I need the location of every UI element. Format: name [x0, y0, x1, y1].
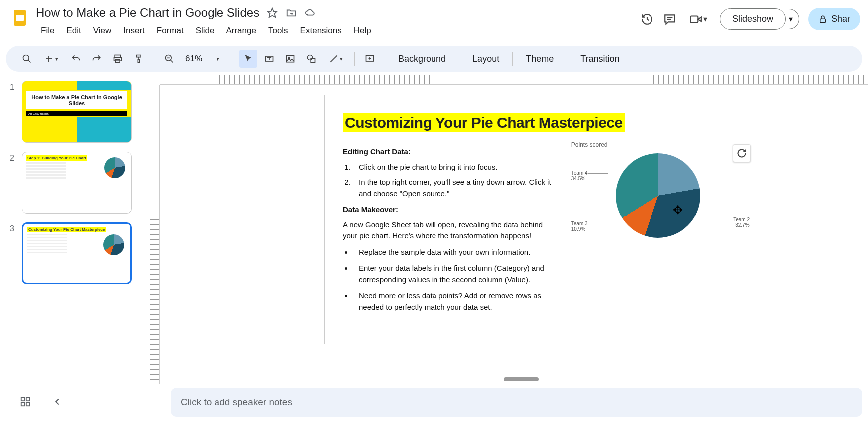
paragraph: A new Google Sheet tab will open, reveal…: [343, 219, 556, 242]
slide-title[interactable]: Customizing Your Pie Chart Masterpiece: [343, 113, 625, 132]
slide-thumbnail-3[interactable]: Customizing Your Pie Chart Masterpiece: [22, 222, 132, 284]
shape-tool-icon[interactable]: [302, 50, 320, 68]
print-icon[interactable]: [109, 50, 127, 68]
svg-marker-2: [268, 8, 277, 17]
menu-file[interactable]: File: [36, 24, 59, 38]
list-item: Enter your data labels in the first colu…: [353, 263, 556, 285]
svg-line-24: [330, 55, 337, 62]
menu-view[interactable]: View: [88, 24, 117, 38]
mini-pie-icon: [103, 234, 124, 255]
zoom-value[interactable]: 61%: [181, 54, 206, 64]
history-icon[interactable]: [640, 12, 654, 26]
meet-icon[interactable]: ▾: [686, 12, 711, 26]
svg-rect-28: [21, 398, 24, 401]
subheading-2: Data Makeover:: [343, 204, 556, 216]
theme-button[interactable]: Theme: [519, 54, 561, 64]
svg-rect-31: [26, 403, 29, 406]
comments-icon[interactable]: [663, 12, 677, 26]
share-label: Shar: [831, 14, 850, 24]
collapse-filmstrip-icon[interactable]: [52, 396, 64, 408]
subheading-1: Editing Chart Data:: [343, 146, 556, 158]
slide-filmstrip[interactable]: 1 How to Make a Pie Chart in Google Slid…: [0, 75, 150, 384]
menu-bar: File Edit View Insert Format Slide Arran…: [36, 24, 640, 38]
svg-rect-30: [21, 403, 24, 406]
textbox-tool-icon[interactable]: [260, 50, 278, 68]
list-item: Need more or less data points? Add or re…: [353, 290, 556, 313]
line-tool-icon[interactable]: ▾: [323, 50, 348, 68]
svg-rect-29: [26, 398, 29, 401]
menu-arrange[interactable]: Arrange: [221, 24, 261, 38]
zoom-dropdown-icon[interactable]: ▾: [209, 50, 227, 68]
slideshow-dropdown[interactable]: ▾: [774, 9, 799, 29]
chart-label-team4: Team 434.5%: [571, 170, 608, 181]
canvas-area: Customizing Your Pie Chart Masterpiece E…: [150, 75, 868, 384]
refresh-chart-icon[interactable]: [733, 144, 751, 162]
layout-button[interactable]: Layout: [465, 54, 506, 64]
thumb3-title: Customizing Your Pie Chart Masterpiece: [27, 227, 106, 232]
menu-slide[interactable]: Slide: [191, 24, 219, 38]
menu-edit[interactable]: Edit: [61, 24, 86, 38]
chart-title: Points scored: [571, 141, 745, 148]
move-cursor-icon: ✥: [673, 203, 683, 217]
document-title[interactable]: How to Make a Pie Chart in Google Slides: [36, 6, 259, 20]
paint-format-icon[interactable]: [130, 50, 148, 68]
thumb1-title: How to Make a Pie Chart in Google Slides: [26, 91, 127, 109]
slide-text-content[interactable]: Editing Chart Data: Click on the pie cha…: [343, 141, 556, 318]
svg-rect-12: [114, 58, 122, 61]
svg-line-8: [28, 60, 31, 63]
list-item: Click on the pie chart to bring it into …: [353, 162, 556, 173]
app-header: How to Make a Pie Chart in Google Slides…: [0, 0, 868, 44]
svg-line-15: [171, 60, 173, 63]
svg-point-22: [308, 55, 313, 60]
horizontal-scrollbar[interactable]: [504, 377, 539, 381]
toolbar: ▾ 61% ▾ ▾ Background Layout Theme Transi…: [6, 46, 862, 72]
pie-chart: [616, 153, 700, 238]
slide-number: 2: [10, 154, 22, 163]
mini-pie-icon: [104, 157, 125, 178]
cloud-status-icon[interactable]: [304, 7, 316, 19]
menu-format[interactable]: Format: [152, 24, 189, 38]
svg-rect-20: [287, 55, 294, 62]
grid-view-icon[interactable]: [20, 396, 32, 408]
list-item: In the top right corner, you'll see a ti…: [353, 177, 556, 199]
comment-tool-icon[interactable]: [361, 50, 379, 68]
star-icon[interactable]: [266, 7, 278, 19]
redo-icon[interactable]: [88, 50, 106, 68]
slide-canvas[interactable]: Customizing Your Pie Chart Masterpiece E…: [324, 95, 763, 344]
menu-extensions[interactable]: Extensions: [295, 24, 347, 38]
menu-tools[interactable]: Tools: [263, 24, 293, 38]
slide-number: 3: [10, 224, 22, 233]
undo-icon[interactable]: [67, 50, 85, 68]
thumb1-sub: An Easy tutorial: [26, 111, 127, 116]
slides-logo[interactable]: [10, 8, 30, 28]
move-folder-icon[interactable]: [285, 7, 297, 19]
list-item: Replace the sample data with your own in…: [353, 247, 556, 258]
svg-rect-6: [820, 19, 826, 23]
new-slide-icon[interactable]: ▾: [39, 50, 64, 68]
canvas-scroll[interactable]: Customizing Your Pie Chart Masterpiece E…: [160, 85, 868, 384]
chart-label-team2: Team 232.7%: [713, 217, 750, 228]
svg-rect-1: [16, 15, 24, 21]
menu-help[interactable]: Help: [349, 24, 376, 38]
zoom-out-icon[interactable]: [160, 50, 178, 68]
share-button[interactable]: Shar: [808, 8, 860, 30]
svg-point-7: [23, 55, 29, 61]
search-menus-icon[interactable]: [18, 50, 36, 68]
svg-rect-23: [311, 58, 315, 62]
select-tool-icon[interactable]: [239, 50, 257, 68]
horizontal-ruler[interactable]: [160, 75, 868, 85]
workspace: 1 How to Make a Pie Chart in Google Slid…: [0, 75, 868, 384]
background-button[interactable]: Background: [391, 54, 453, 64]
menu-insert[interactable]: Insert: [118, 24, 150, 38]
thumb2-title: Step 1: Building Your Pie Chart: [26, 155, 87, 161]
svg-rect-5: [690, 16, 698, 22]
slide-thumbnail-2[interactable]: Step 1: Building Your Pie Chart: [22, 152, 132, 214]
chart-label-team3: Team 310.9%: [571, 221, 608, 232]
speaker-notes-input[interactable]: Click to add speaker notes: [171, 388, 862, 417]
vertical-ruler[interactable]: [150, 85, 160, 384]
pie-chart-object[interactable]: Points scored ✥ Team 434.5% Team 232.7% …: [571, 141, 745, 318]
footer: Click to add speaker notes: [0, 384, 868, 420]
transition-button[interactable]: Transition: [573, 54, 626, 64]
slide-thumbnail-1[interactable]: How to Make a Pie Chart in Google Slides…: [22, 81, 132, 143]
image-tool-icon[interactable]: [281, 50, 299, 68]
